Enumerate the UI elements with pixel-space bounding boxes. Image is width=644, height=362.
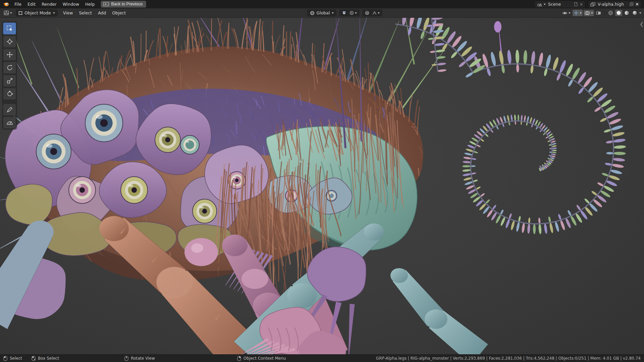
mode-label: Object Mode	[24, 10, 51, 15]
viewport-menus: View Select Add Object	[60, 9, 128, 16]
overlays-chevron-icon	[591, 12, 593, 14]
scene-selector[interactable]: Scene	[535, 1, 585, 8]
viewport-header: Object Mode View Select Add Object Globa…	[0, 8, 644, 18]
editor-3d-viewport-icon	[4, 10, 9, 15]
show-overlays-button[interactable]	[584, 10, 594, 16]
overlays-icon	[585, 11, 590, 15]
material-sphere-icon	[624, 10, 629, 15]
shading-wireframe-button[interactable]	[607, 10, 614, 16]
mode-selector[interactable]: Object Mode	[16, 9, 58, 16]
gizmo-icon	[574, 10, 579, 15]
orientation-chevron-icon	[332, 12, 334, 14]
tool-scale-button[interactable]	[3, 75, 16, 87]
scene-name: Scene	[547, 2, 572, 7]
scene-icon	[537, 2, 542, 7]
move-icon	[6, 51, 13, 58]
viewport-3d[interactable]	[0, 17, 644, 355]
cursor-icon	[6, 38, 13, 45]
back-key-icon	[103, 2, 109, 6]
sidebar-toggle-arrow[interactable]	[640, 21, 643, 27]
topbar-right: Scene	[535, 1, 641, 8]
menu-file[interactable]: File	[12, 1, 24, 8]
menu-select[interactable]: Select	[76, 9, 95, 16]
annotate-pen-icon	[6, 106, 13, 113]
editor-type-button[interactable]	[3, 10, 13, 16]
shading-material-button[interactable]	[623, 10, 630, 16]
select-box-icon	[6, 25, 13, 32]
menu-render[interactable]: Render	[39, 1, 59, 8]
keymap-context-menu: Object Context Menu	[237, 356, 286, 361]
back-to-previous-button[interactable]: Back to Previous	[101, 1, 146, 8]
gizmo-chevron-icon	[580, 12, 582, 14]
back-to-previous-label: Back to Previous	[111, 2, 143, 6]
mouse-left-drag-icon	[32, 356, 36, 361]
menu-object[interactable]: Object	[109, 9, 128, 16]
keymap-select-label: Select	[10, 356, 22, 361]
measure-icon	[6, 119, 13, 126]
remove-view-layer-button[interactable]	[635, 2, 639, 6]
creature-render	[0, 17, 644, 355]
snap-controls	[339, 9, 360, 16]
shading-chevron-icon[interactable]	[639, 12, 641, 14]
status-bar: Select Box Select Rotate View	[0, 354, 644, 362]
proportional-editing-toggle[interactable]	[364, 10, 370, 16]
menu-help[interactable]: Help	[83, 1, 98, 8]
rendered-sphere-icon	[632, 10, 637, 15]
shading-rendered-button[interactable]	[631, 10, 638, 16]
tool-cursor-button[interactable]	[3, 36, 16, 48]
wireframe-sphere-icon	[608, 10, 613, 15]
copy-view-layer-button[interactable]	[630, 2, 634, 6]
menu-view[interactable]: View	[60, 9, 76, 16]
transform-icon	[6, 90, 13, 97]
snap-target-button[interactable]	[348, 10, 358, 16]
transform-orientation-selector[interactable]: Global	[307, 9, 337, 16]
keymap-rotate-view-label: Rotate View	[131, 356, 155, 361]
tool-move-button[interactable]	[3, 49, 16, 61]
view-layer-selector[interactable]: V-alpha.high	[588, 1, 641, 8]
object-visibility-button[interactable]	[561, 10, 572, 16]
editor-type-chevron-icon	[10, 12, 12, 14]
tool-measure-button[interactable]	[3, 117, 16, 129]
view-layer-icon	[590, 2, 595, 7]
scene-browse-chevron-icon	[544, 4, 546, 5]
tool-annotate-button[interactable]	[3, 104, 16, 116]
keymap-box-select: Box Select	[32, 356, 59, 361]
proportional-falloff-button[interactable]	[371, 10, 381, 16]
tool-rotate-button[interactable]	[3, 62, 16, 74]
tool-select-box-button[interactable]	[3, 22, 16, 35]
global-orientation-icon	[310, 11, 315, 15]
shading-solid-button[interactable]	[615, 10, 622, 16]
proportional-editing-controls	[362, 9, 382, 16]
keymap-context-menu-label: Object Context Menu	[244, 356, 286, 361]
blender-logo-icon[interactable]	[3, 2, 9, 7]
keymap-rotate-view: Rotate View	[124, 356, 155, 361]
tool-transform-button[interactable]	[3, 88, 16, 100]
new-scene-button[interactable]	[574, 2, 578, 6]
unlink-scene-button[interactable]	[580, 3, 583, 6]
object-mode-icon	[18, 11, 22, 15]
menu-window[interactable]: Window	[60, 1, 82, 8]
falloff-curve-icon	[372, 11, 377, 15]
proportional-circle-icon	[365, 11, 369, 15]
menu-edit[interactable]: Edit	[25, 1, 38, 8]
blender-window: File Edit Render Window Help Back to Pre…	[0, 0, 644, 362]
snap-toggle-button[interactable]	[341, 10, 347, 16]
tool-shelf	[2, 21, 17, 130]
scale-icon	[6, 77, 13, 84]
magnet-icon	[342, 11, 346, 15]
snap-target-chevron-icon	[355, 12, 357, 14]
toggle-xray-button[interactable]	[595, 10, 602, 16]
mouse-left-icon	[3, 356, 7, 361]
view-layer-name: V-alpha.high	[597, 2, 628, 7]
visibility-eye-icon	[562, 11, 568, 15]
solid-sphere-icon	[616, 10, 621, 15]
mouse-middle-icon	[124, 356, 128, 361]
show-gizmo-button[interactable]	[573, 10, 583, 16]
snap-target-icon	[350, 11, 354, 15]
xray-icon	[596, 11, 601, 15]
keymap-select: Select	[3, 356, 22, 361]
keymap-box-select-label: Box Select	[38, 356, 59, 361]
viewport-header-right	[561, 10, 641, 16]
menu-add[interactable]: Add	[95, 9, 109, 16]
orientation-label: Global	[317, 10, 330, 15]
